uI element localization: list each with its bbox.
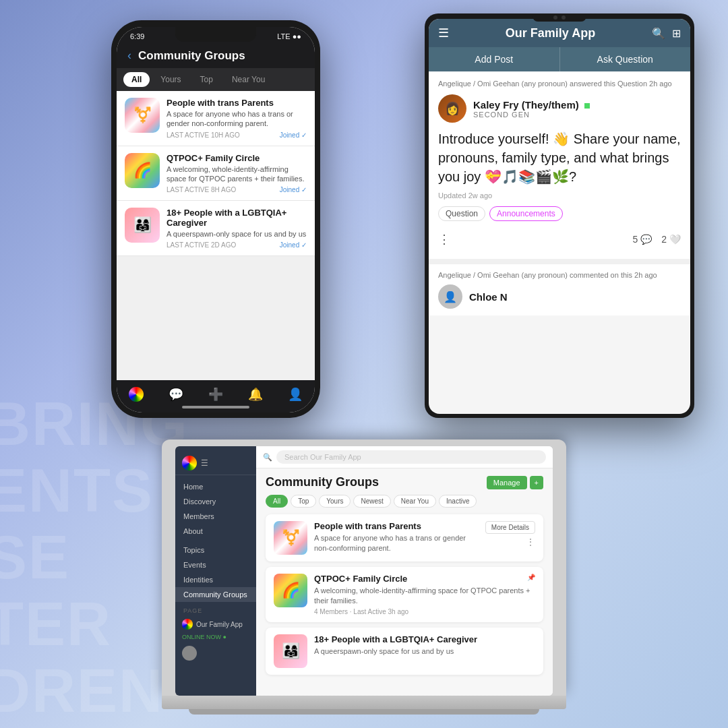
phone-nav-profile[interactable]: 👤 xyxy=(288,387,303,402)
manage-button[interactable]: Manage xyxy=(487,476,527,489)
group-desc-2: A welcoming, whole-identity-affirming sp… xyxy=(166,164,307,184)
phone-group-item[interactable]: ⚧️ People with trans Parents A space for… xyxy=(117,91,315,146)
phone-group-list: ⚧️ People with trans Parents A space for… xyxy=(117,91,315,256)
tablet-cam-dot-1 xyxy=(553,16,557,20)
tag-question[interactable]: Question xyxy=(438,206,485,221)
group-name-1: People with trans Parents xyxy=(166,98,307,108)
laptop-group-card-3[interactable]: 👨‍👩‍👧 18+ People with a LGBTQIA+ Caregiv… xyxy=(266,628,543,675)
tablet-divider xyxy=(429,259,690,264)
filter-yours[interactable]: Yours xyxy=(319,495,351,508)
tablet-camera xyxy=(533,13,586,22)
laptop-group-card-1[interactable]: ⚧️ People with trans Parents A space for… xyxy=(266,514,543,562)
laptop-group-name-3: 18+ People with a LGBTQIA+ Caregiver xyxy=(314,634,535,644)
tablet-comment-meta: Angelique / Omi Geehan (any pronoun) com… xyxy=(438,271,681,279)
comment-count[interactable]: 5 💬 xyxy=(632,234,652,245)
phone-tab-yours[interactable]: Yours xyxy=(152,72,189,87)
tablet-cam-dot-2 xyxy=(562,16,566,20)
laptop-header-buttons: Manage + xyxy=(487,476,543,489)
search-icon[interactable]: 🔍 xyxy=(652,27,665,40)
phone-nav-chat[interactable]: 💬 xyxy=(169,387,183,402)
laptop-page-header: Community Groups Manage + xyxy=(266,475,543,489)
group-meta-2: LAST ACTIVE 8H AGO Joined ✓ xyxy=(166,186,307,193)
app-logo xyxy=(182,456,197,471)
joined-badge-2: Joined ✓ xyxy=(280,186,307,193)
phone-group-item[interactable]: 👨‍👩‍👧 18+ People with a LGBTQIA+ Caregiv… xyxy=(117,201,315,256)
filter-top[interactable]: Top xyxy=(291,495,316,508)
group-avatar-lgbtqia: 👨‍👩‍👧 xyxy=(125,208,160,243)
filter-all[interactable]: All xyxy=(266,495,288,508)
sidebar-online-status: ONLINE NOW ● xyxy=(175,632,256,642)
add-button[interactable]: + xyxy=(530,476,543,489)
laptop-base xyxy=(162,696,566,709)
phone-tab-top[interactable]: Top xyxy=(192,72,221,87)
laptop-search-input[interactable]: Search Our Family App xyxy=(276,450,546,464)
heart-icon: 🤍 xyxy=(669,234,681,245)
phone-nav-add[interactable]: ➕ xyxy=(208,387,223,402)
phone-header: ‹ Community Groups xyxy=(117,43,315,68)
tablet-post-text: Introduce yourself! 👋 Share your name, p… xyxy=(438,129,681,186)
sidebar-item-identities[interactable]: Identities xyxy=(175,572,256,587)
sidebar-item-community-groups[interactable]: Community Groups xyxy=(175,587,256,602)
phone-group-item[interactable]: 🌈 QTPOC+ Family Circle A welcoming, whol… xyxy=(117,146,315,202)
group-last-active-1: LAST ACTIVE 10H AGO xyxy=(166,131,240,139)
tag-announcements[interactable]: Announcements xyxy=(489,206,563,221)
group-name-3: 18+ People with a LGBTQIA+ Caregiver xyxy=(166,208,307,228)
sidebar-item-home[interactable]: Home xyxy=(175,479,256,494)
sidebar-item-events[interactable]: Events xyxy=(175,557,256,572)
laptop-sidebar-header: ☰ xyxy=(175,452,256,475)
filter-icon[interactable]: ⊞ xyxy=(672,27,681,40)
filter-newest[interactable]: Newest xyxy=(353,495,390,508)
tablet-comment-user[interactable]: 👤 Chloe N xyxy=(438,284,681,309)
phone-nav-home[interactable] xyxy=(129,387,144,402)
group-info-3: 18+ People with a LGBTQIA+ Caregiver A q… xyxy=(166,208,307,249)
tablet-app-title: Our Family App xyxy=(457,26,644,40)
laptop-group-name-2: QTPOC+ Family Circle xyxy=(314,574,407,584)
comment-icon: 💬 xyxy=(640,234,652,245)
pin-icon-2: 📌 xyxy=(527,574,535,586)
phone-notch xyxy=(175,27,256,42)
more-options-icon[interactable]: ⋮ xyxy=(438,232,452,247)
menu-icon[interactable]: ☰ xyxy=(438,26,449,40)
tablet-comment-section: Angelique / Omi Geehan (any pronoun) com… xyxy=(429,264,690,315)
sidebar-item-members[interactable]: Members xyxy=(175,509,256,524)
laptop-page-title: Community Groups xyxy=(266,475,379,489)
filter-near-you[interactable]: Near You xyxy=(394,495,436,508)
more-details-button-1[interactable]: More Details xyxy=(485,521,535,534)
back-button[interactable]: ‹ xyxy=(127,49,131,63)
user-badge: SECOND GEN xyxy=(473,111,590,119)
laptop-main: 🔍 Search Our Family App Community Groups… xyxy=(256,446,553,696)
laptop-group-info-2: QTPOC+ Family Circle 📌 A welcoming, whol… xyxy=(314,574,535,615)
laptop-group-avatar-1: ⚧️ xyxy=(274,521,307,555)
like-count[interactable]: 2 🤍 xyxy=(661,234,681,245)
sidebar-item-about[interactable]: About xyxy=(175,524,256,539)
user-info: Kaley Fry (They/them) SECOND GEN xyxy=(473,99,590,119)
group-meta-3: LAST ACTIVE 2D AGO Joined ✓ xyxy=(166,241,307,249)
laptop-group-card-2[interactable]: 🌈 QTPOC+ Family Circle 📌 A welcoming, wh… xyxy=(266,567,543,622)
sidebar-app-logo xyxy=(182,619,193,630)
laptop-group-info-3: 18+ People with a LGBTQIA+ Caregiver A q… xyxy=(314,634,535,657)
hamburger-icon[interactable]: ☰ xyxy=(201,458,208,468)
group-desc-1: A space for anyone who has a trans or ge… xyxy=(166,109,307,129)
user-name: Kaley Fry (They/them) xyxy=(473,99,590,111)
phone-signal: LTE ●● xyxy=(277,32,301,40)
options-icon-1[interactable]: ⋮ xyxy=(526,537,535,547)
tablet-post-meta: Angelique / Omi Geehan (any pronoun) ans… xyxy=(438,80,681,88)
laptop-sidebar: ☰ Home Discovery Members About Topics Ev… xyxy=(175,446,256,696)
filter-inactive[interactable]: Inactive xyxy=(439,495,477,508)
joined-badge-1: Joined ✓ xyxy=(280,131,307,139)
group-last-active-2: LAST ACTIVE 8H AGO xyxy=(166,186,236,193)
add-post-button[interactable]: Add Post xyxy=(429,47,560,71)
phone-nav-notify[interactable]: 🔔 xyxy=(248,387,263,402)
phone-tab-nearYou[interactable]: Near You xyxy=(224,72,273,87)
sidebar-item-discovery[interactable]: Discovery xyxy=(175,494,256,509)
tablet-post-footer: ⋮ 5 💬 2 🤍 xyxy=(438,228,681,251)
phone-tab-all[interactable]: All xyxy=(123,72,150,87)
sidebar-item-topics[interactable]: Topics xyxy=(175,543,256,557)
phone-home-indicator xyxy=(182,406,249,408)
ask-question-button[interactable]: Ask Question xyxy=(560,47,691,71)
sidebar-app-name: Our Family App xyxy=(196,621,243,628)
laptop-group-actions-1: More Details ⋮ xyxy=(485,521,535,547)
tablet-post-updated: Updated 2w ago xyxy=(438,191,681,200)
tablet-device: ☰ Our Family App 🔍 ⊞ Add Post Ask Questi… xyxy=(425,13,694,418)
sidebar-section-page: PAGE xyxy=(175,602,256,616)
